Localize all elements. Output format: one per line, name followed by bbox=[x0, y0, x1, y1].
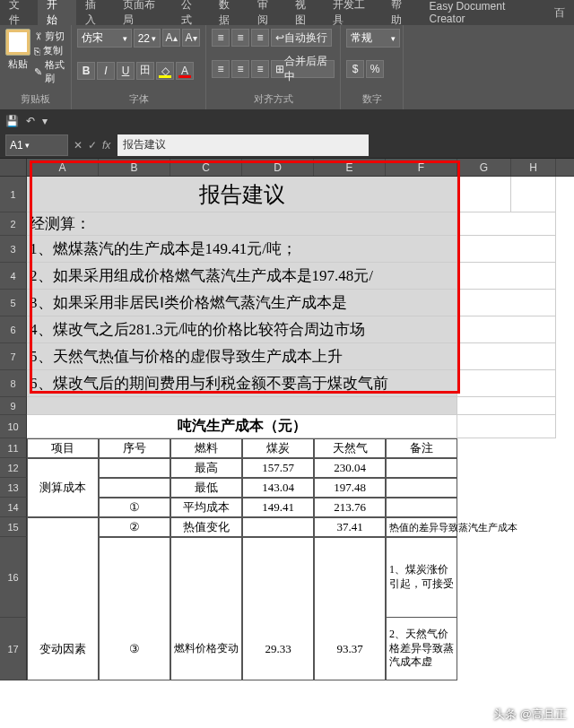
tab-home[interactable]: 开始 bbox=[38, 0, 75, 25]
report-line[interactable]: 1、燃煤蒸汽的生产成本是149.41元/吨； bbox=[27, 236, 457, 263]
formula-input[interactable]: 报告建议 bbox=[117, 134, 369, 156]
table-cell[interactable]: 149.41 bbox=[242, 498, 314, 517]
report-line[interactable]: 5、天然气热值与价格的虚假导致生产成本上升 bbox=[27, 343, 457, 370]
number-format-combo[interactable]: 常规▾ bbox=[346, 29, 400, 48]
table-cell[interactable] bbox=[99, 537, 170, 618]
name-box[interactable]: A1▾ bbox=[5, 134, 68, 156]
table-header[interactable]: 天然气 bbox=[314, 438, 386, 458]
table-cell[interactable]: 2、天然气价格差异导致蒸汽成本虚 bbox=[386, 618, 457, 680]
cell[interactable] bbox=[457, 438, 556, 458]
row-header[interactable]: 7 bbox=[0, 343, 27, 370]
col-header[interactable]: F bbox=[386, 159, 457, 176]
cell[interactable] bbox=[457, 370, 556, 397]
tab-more[interactable]: 百 bbox=[545, 0, 574, 25]
paste-button[interactable]: 粘贴 bbox=[5, 29, 30, 86]
align-top-button[interactable]: ≡ bbox=[212, 29, 230, 47]
report-line[interactable]: 3、如果采用非居民Ⅰ类价格燃气蒸汽生产成本是 bbox=[27, 290, 457, 316]
tab-layout[interactable]: 页面布局 bbox=[114, 0, 172, 25]
tab-formula[interactable]: 公式 bbox=[172, 0, 210, 25]
table-cell[interactable]: 230.04 bbox=[314, 458, 386, 478]
wrap-button[interactable]: ↩自动换行 bbox=[271, 29, 332, 47]
cell[interactable] bbox=[457, 212, 556, 236]
tab-dev[interactable]: 开发工具 bbox=[324, 0, 382, 25]
row-header[interactable]: 13 bbox=[0, 478, 27, 498]
table-cell[interactable]: 燃料价格变动 bbox=[170, 618, 242, 680]
table-cell[interactable]: 测算成本 bbox=[27, 478, 99, 498]
tab-insert[interactable]: 插入 bbox=[76, 0, 114, 25]
table-cell[interactable] bbox=[386, 458, 457, 478]
table-cell[interactable] bbox=[314, 537, 386, 618]
select-all-corner[interactable] bbox=[0, 159, 27, 176]
table-cell[interactable] bbox=[170, 537, 242, 618]
table-cell[interactable] bbox=[99, 478, 170, 498]
row-header[interactable]: 12 bbox=[0, 458, 27, 478]
table-cell[interactable]: 最低 bbox=[170, 478, 242, 498]
cancel-formula-button[interactable]: ✕ bbox=[74, 139, 83, 152]
cell[interactable] bbox=[457, 458, 556, 478]
font-color-button[interactable]: A bbox=[176, 62, 194, 80]
currency-button[interactable]: $ bbox=[346, 60, 364, 78]
table-title[interactable]: 吨汽生产成本（元） bbox=[27, 415, 457, 438]
underline-button[interactable]: U bbox=[117, 62, 135, 80]
report-line[interactable]: 4、煤改气之后281.3元/吨的价格比较符合周边市场 bbox=[27, 316, 457, 343]
save-button[interactable]: 💾 bbox=[5, 115, 19, 127]
tab-view[interactable]: 视图 bbox=[286, 0, 324, 25]
fill-color-button[interactable]: ◇ bbox=[156, 62, 174, 80]
table-cell[interactable]: 197.48 bbox=[314, 478, 386, 498]
col-header[interactable]: D bbox=[242, 159, 314, 176]
table-cell[interactable]: ② bbox=[99, 517, 170, 537]
row-header[interactable]: 11 bbox=[0, 438, 27, 458]
col-header[interactable]: H bbox=[511, 159, 556, 176]
cell[interactable] bbox=[457, 618, 556, 680]
table-cell[interactable]: 热值的差异导致蒸汽生产成本 bbox=[386, 517, 457, 537]
table-cell[interactable]: 157.57 bbox=[242, 458, 314, 478]
cell[interactable] bbox=[457, 537, 556, 618]
col-header[interactable]: G bbox=[457, 159, 511, 176]
align-bottom-button[interactable]: ≡ bbox=[251, 29, 269, 47]
merge-button[interactable]: ⊞合并后居中 bbox=[271, 60, 335, 78]
table-cell[interactable]: 143.04 bbox=[242, 478, 314, 498]
cell[interactable] bbox=[457, 397, 556, 415]
table-cell[interactable]: ① bbox=[99, 498, 170, 517]
col-header[interactable]: A bbox=[27, 159, 99, 176]
cell[interactable] bbox=[457, 290, 556, 316]
increase-font-button[interactable]: A▴ bbox=[162, 29, 180, 47]
accept-formula-button[interactable]: ✓ bbox=[88, 139, 97, 152]
tab-help[interactable]: 帮助 bbox=[382, 0, 420, 25]
tab-review[interactable]: 审阅 bbox=[248, 0, 286, 25]
table-cell[interactable]: 29.33 bbox=[242, 618, 314, 680]
tab-edc[interactable]: Easy Document Creator bbox=[421, 0, 545, 25]
table-cell[interactable] bbox=[99, 458, 170, 478]
table-cell[interactable] bbox=[27, 458, 99, 478]
table-cell[interactable] bbox=[27, 537, 99, 618]
cell[interactable] bbox=[457, 478, 556, 498]
cell[interactable] bbox=[457, 236, 556, 263]
table-header[interactable]: 项目 bbox=[27, 438, 99, 458]
table-header[interactable]: 序号 bbox=[99, 438, 170, 458]
font-name-combo[interactable]: 仿宋▾ bbox=[77, 29, 132, 48]
cell[interactable] bbox=[457, 316, 556, 343]
cell[interactable] bbox=[457, 498, 556, 517]
cell[interactable] bbox=[511, 177, 556, 212]
cell[interactable] bbox=[457, 517, 556, 537]
row-header[interactable]: 8 bbox=[0, 370, 27, 397]
col-header[interactable]: E bbox=[314, 159, 386, 176]
align-middle-button[interactable]: ≡ bbox=[231, 29, 249, 47]
report-line[interactable]: 6、煤改气后的期间费用与利税金额不要高于煤改气前 bbox=[27, 370, 457, 397]
report-line[interactable]: 2、如果采用组成价格燃气蒸汽生产成本是197.48元/ bbox=[27, 263, 457, 290]
cell[interactable] bbox=[457, 415, 556, 438]
table-header[interactable]: 备注 bbox=[386, 438, 457, 458]
row-header[interactable]: 1 bbox=[0, 177, 27, 212]
decrease-font-button[interactable]: A▾ bbox=[182, 29, 200, 47]
row-header[interactable]: 17 bbox=[0, 618, 27, 680]
report-title-cell[interactable]: 报告建议 bbox=[27, 177, 457, 212]
table-cell[interactable]: 93.37 bbox=[314, 618, 386, 680]
table-cell[interactable]: 1、煤炭涨价引起，可接受 bbox=[386, 537, 457, 618]
fx-button[interactable]: fx bbox=[102, 139, 110, 152]
italic-button[interactable]: I bbox=[97, 62, 115, 80]
bold-button[interactable]: B bbox=[77, 62, 95, 80]
table-cell[interactable]: 213.76 bbox=[314, 498, 386, 517]
col-header[interactable]: B bbox=[99, 159, 170, 176]
painter-button[interactable]: ✎格式刷 bbox=[34, 58, 65, 85]
font-size-combo[interactable]: 22▾ bbox=[134, 29, 161, 48]
